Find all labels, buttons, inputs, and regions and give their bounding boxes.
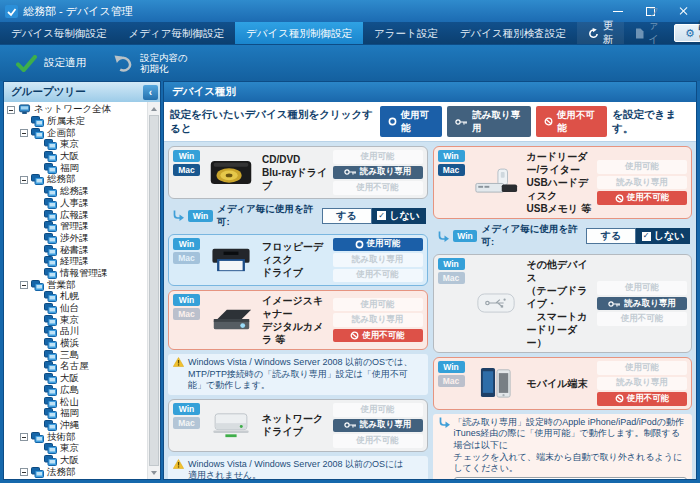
readonly-as-disabled-checkbox[interactable]: 「読み取り専用」設定時の動作を「使用不可能」にする: [454, 477, 688, 479]
group-icon: [31, 174, 44, 185]
readonly-button[interactable]: 読み取り専用: [333, 419, 423, 433]
tree-item[interactable]: 企画部: [5, 127, 146, 139]
tree-item[interactable]: 福岡: [5, 162, 146, 174]
scroll-thumb[interactable]: [149, 115, 159, 466]
tree-item[interactable]: 大阪: [5, 373, 146, 385]
device-card-scanner[interactable]: WinMacイメージスキャナーデジタルカメラ 等使用可能読み取り専用使用不可能: [168, 290, 428, 350]
tab-device-type-control[interactable]: デバイス種別制御設定: [235, 22, 363, 44]
tree-item[interactable]: 総務部: [5, 174, 146, 186]
tree-item[interactable]: 管理課: [5, 221, 146, 233]
note-text: 適用されません。: [188, 470, 261, 479]
disable-button[interactable]: 使用不可能: [597, 191, 687, 205]
device-name: カードリーダー/ライターUSBハードディスクUSBメモリ 等: [527, 150, 595, 215]
mobile-device-icon: [468, 367, 524, 399]
tree-item[interactable]: 東京: [5, 314, 146, 326]
apply-settings-button[interactable]: 設定適用: [16, 55, 86, 72]
tab-device-type-inspect[interactable]: デバイス種別検査設定: [449, 22, 577, 44]
tree-item[interactable]: 沖縄: [5, 420, 146, 432]
tree-expander-icon[interactable]: [7, 106, 15, 114]
disable-button[interactable]: 使用不可能: [333, 269, 423, 283]
win-badge: Win: [173, 238, 200, 250]
tree-item[interactable]: 札幌: [5, 291, 146, 303]
tree-item[interactable]: 三島: [5, 349, 146, 361]
disable-button[interactable]: 使用不可能: [333, 329, 423, 343]
readonly-button[interactable]: 読み取り専用: [597, 297, 687, 311]
tree-item[interactable]: 情報管理課: [5, 268, 146, 280]
tree-item[interactable]: 総務課: [5, 186, 146, 198]
group-icon: [44, 350, 57, 361]
tree-item[interactable]: 営業部: [5, 279, 146, 291]
enable-button[interactable]: 使用可能: [333, 298, 423, 312]
note-text-lines: 「読み取り専用」設定時のApple iPhone/iPad/iPodの動作iTu…: [454, 417, 688, 480]
readonly-button[interactable]: 読み取り専用: [333, 313, 423, 327]
allow-per-media-yes-button[interactable]: する: [322, 208, 372, 224]
device-card-cd-dvd[interactable]: WinMacCD/DVDBlu-rayドライブ使用可能読み取り専用使用不可能: [168, 146, 428, 199]
allow-per-media-no-button[interactable]: ✓しない: [372, 208, 426, 224]
tree-item[interactable]: 大阪: [5, 455, 146, 467]
enable-button[interactable]: 使用可能: [597, 281, 687, 295]
readonly-button[interactable]: 読み取り専用: [597, 377, 687, 391]
tree-item[interactable]: 所属未定: [5, 116, 146, 128]
tree-item[interactable]: 大阪: [5, 151, 146, 163]
ban-icon: [350, 331, 359, 340]
enable-button[interactable]: 使用可能: [597, 361, 687, 375]
tree-item[interactable]: 渉外課: [5, 233, 146, 245]
disable-button[interactable]: 使用不可能: [333, 434, 423, 448]
tree-item[interactable]: 名古屋: [5, 361, 146, 373]
win-badge: Win: [173, 150, 200, 162]
device-card-network-drive[interactable]: WinMacネットワークドライブ使用可能読み取り専用使用不可能: [168, 399, 428, 452]
tree-item[interactable]: 横浜: [5, 338, 146, 350]
tree-item[interactable]: 秘書課: [5, 244, 146, 256]
scroll-up-icon[interactable]: [148, 102, 160, 115]
allow-per-media-no-button[interactable]: ✓しない: [636, 228, 690, 244]
tree-item[interactable]: 品川: [5, 326, 146, 338]
tree-item[interactable]: 東京: [5, 443, 146, 455]
disable-button[interactable]: 使用不可能: [597, 312, 687, 326]
tree-expander-icon[interactable]: [20, 176, 28, 184]
device-card-floppy[interactable]: WinMacフロッピーディスクドライブ使用可能読み取り専用使用不可能: [168, 234, 428, 287]
circle-icon: [355, 240, 364, 249]
tree-item[interactable]: 仙台: [5, 303, 146, 315]
scroll-down-icon[interactable]: [148, 466, 160, 479]
warning-text: Windows Vista / Windows Server 2008 以前のO…: [188, 459, 404, 479]
device-card-card-reader[interactable]: WinMacカードリーダー/ライターUSBハードディスクUSBメモリ 等使用可能…: [433, 146, 693, 219]
enable-button[interactable]: 使用可能: [333, 238, 423, 252]
tree-expander-icon[interactable]: [20, 281, 28, 289]
group-icon: [44, 455, 57, 466]
tab-alert-settings[interactable]: アラート設定: [363, 22, 449, 44]
tree-expander-icon[interactable]: [20, 129, 28, 137]
readonly-button[interactable]: 読み取り専用: [597, 176, 687, 190]
tab-media-control[interactable]: メディア毎制御設定: [117, 22, 234, 44]
device-card-other-device[interactable]: WinMacその他デバイス（テープドライブ・ スマートカードリーダー）使用可能読…: [433, 254, 693, 353]
tree-item[interactable]: 人事課: [5, 198, 146, 210]
tree-item[interactable]: 技術部: [5, 431, 146, 443]
settings-button[interactable]: ⚙ 設定: [674, 24, 700, 42]
tree-item[interactable]: 松山: [5, 396, 146, 408]
refresh-button[interactable]: 更新: [577, 22, 625, 44]
allow-per-media-yes-button[interactable]: する: [586, 228, 636, 244]
disable-button[interactable]: 使用不可能: [333, 181, 423, 195]
close-button[interactable]: [667, 0, 700, 22]
readonly-label: 読み取り専用: [616, 377, 667, 389]
tree-scrollbar[interactable]: [147, 102, 160, 479]
tree-item[interactable]: 福岡: [5, 408, 146, 420]
tree-item[interactable]: 東京: [5, 139, 146, 151]
tab-device-control[interactable]: デバイス毎制御設定: [0, 22, 117, 44]
tree-item[interactable]: ネットワーク全体: [5, 104, 146, 116]
device-card-mobile[interactable]: WinMacモバイル端末使用可能読み取り専用使用不可能: [433, 357, 693, 410]
enable-button[interactable]: 使用可能: [597, 160, 687, 174]
readonly-button[interactable]: 読み取り専用: [333, 253, 423, 267]
tree-expander-icon[interactable]: [20, 468, 28, 476]
tree-item[interactable]: 経理課: [5, 256, 146, 268]
tree-item[interactable]: 法務部: [5, 466, 146, 478]
disable-button[interactable]: 使用不可能: [597, 392, 687, 406]
enable-button[interactable]: 使用可能: [333, 150, 423, 164]
undo-icon: [114, 55, 133, 72]
readonly-button[interactable]: 読み取り専用: [333, 166, 423, 180]
tree-item[interactable]: 広報課: [5, 209, 146, 221]
tree-expander-icon[interactable]: [20, 433, 28, 441]
enable-button[interactable]: 使用可能: [333, 403, 423, 417]
collapse-sidebar-button[interactable]: ‹: [143, 85, 158, 100]
tree-item[interactable]: 広島: [5, 385, 146, 397]
reset-settings-button[interactable]: 設定内容の 初期化: [114, 52, 188, 75]
